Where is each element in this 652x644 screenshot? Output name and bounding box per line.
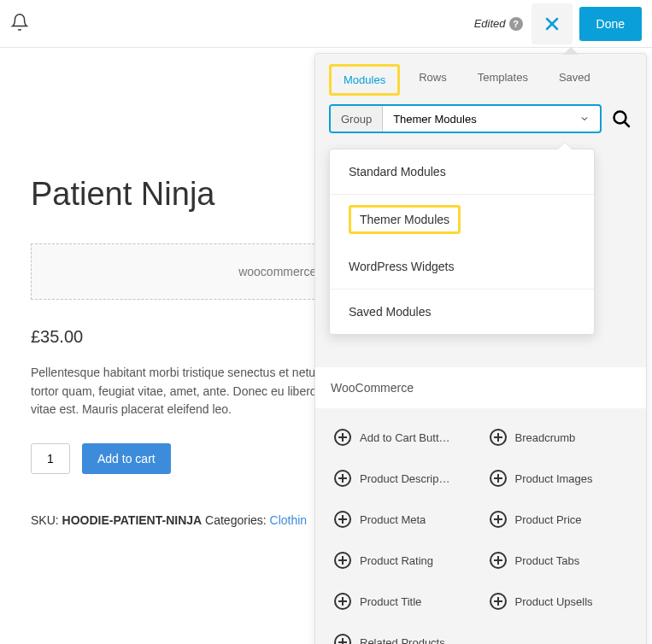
- group-label: Group: [331, 106, 383, 132]
- quantity-input[interactable]: [31, 443, 70, 474]
- module-label: Product Upsells: [515, 595, 593, 608]
- search-button[interactable]: [610, 108, 632, 130]
- group-select[interactable]: Group Themer Modules: [329, 104, 602, 133]
- close-panel-button[interactable]: [532, 3, 573, 44]
- dropdown-caret: [558, 143, 572, 149]
- plus-icon: [334, 634, 351, 644]
- plus-icon: [490, 552, 507, 569]
- top-bar: Edited ? Done: [0, 0, 652, 48]
- module-product-description[interactable]: Product Descrip…: [326, 458, 481, 499]
- add-to-cart-button[interactable]: Add to cart: [82, 443, 171, 474]
- module-product-title[interactable]: Product Title: [326, 581, 481, 622]
- plus-icon: [334, 552, 351, 569]
- notifications-bell[interactable]: [10, 13, 29, 35]
- module-label: Product Price: [515, 513, 582, 526]
- module-product-price[interactable]: Product Price: [481, 499, 637, 540]
- module-label: Product Images: [515, 472, 593, 485]
- module-label: Add to Cart Butt…: [360, 431, 450, 444]
- module-label: Product Descrip…: [360, 472, 449, 485]
- module-related-products[interactable]: Related Products: [326, 622, 481, 644]
- edited-status[interactable]: Edited ?: [474, 17, 523, 31]
- plus-icon: [334, 429, 351, 446]
- close-icon: [542, 14, 562, 34]
- module-add-to-cart[interactable]: Add to Cart Butt…: [326, 417, 481, 458]
- group-selected-text: Themer Modules: [393, 113, 477, 126]
- filter-row: Group Themer Modules: [315, 96, 646, 145]
- top-bar-actions: Edited ? Done: [474, 3, 642, 44]
- module-product-upsells[interactable]: Product Upsells: [481, 581, 637, 622]
- module-product-meta[interactable]: Product Meta: [326, 499, 481, 540]
- module-label: Product Meta: [360, 513, 426, 526]
- module-label: Related Products: [360, 636, 445, 645]
- module-grid: Add to Cart Butt… Breadcrumb Product Des…: [315, 417, 646, 644]
- category-link[interactable]: Clothin: [270, 513, 308, 527]
- dropdown-option-saved[interactable]: Saved Modules: [330, 290, 594, 334]
- tab-saved[interactable]: Saved: [547, 64, 602, 96]
- categories-label: Categories:: [202, 513, 269, 527]
- group-dropdown: Standard Modules Themer Modules WordPres…: [329, 149, 595, 335]
- module-product-tabs[interactable]: Product Tabs: [481, 540, 637, 581]
- plus-icon: [490, 511, 507, 528]
- plus-icon: [490, 593, 507, 610]
- sku-label: SKU:: [31, 513, 62, 527]
- group-selected: Themer Modules: [383, 106, 600, 132]
- panel-caret: [564, 48, 578, 55]
- modules-panel: Modules Rows Templates Saved Group Theme…: [314, 53, 647, 644]
- plus-icon: [334, 511, 351, 528]
- tab-rows[interactable]: Rows: [407, 64, 459, 96]
- plus-icon: [490, 470, 507, 487]
- plus-icon: [334, 470, 351, 487]
- tab-templates[interactable]: Templates: [466, 64, 540, 96]
- bell-icon: [10, 13, 29, 32]
- module-breadcrumb[interactable]: Breadcrumb: [481, 417, 637, 458]
- module-label: Product Title: [360, 595, 421, 608]
- chevron-down-icon: [579, 114, 590, 124]
- module-label: Breadcrumb: [515, 431, 576, 444]
- module-product-rating[interactable]: Product Rating: [326, 540, 481, 581]
- module-label: Product Rating: [360, 554, 433, 567]
- panel-tabs: Modules Rows Templates Saved: [315, 54, 646, 96]
- plus-icon: [490, 429, 507, 446]
- done-button[interactable]: Done: [579, 7, 642, 41]
- edited-label: Edited: [474, 17, 506, 30]
- help-icon: ?: [509, 17, 523, 31]
- sku-value: HOODIE-PATIENT-NINJA: [62, 513, 203, 527]
- plus-icon: [334, 593, 351, 610]
- search-icon: [611, 108, 631, 129]
- dropdown-option-themer-label: Themer Modules: [349, 205, 461, 234]
- module-label: Product Tabs: [515, 554, 580, 567]
- tab-modules[interactable]: Modules: [329, 64, 400, 96]
- dropdown-option-themer[interactable]: Themer Modules: [330, 195, 594, 244]
- dropdown-option-standard[interactable]: Standard Modules: [330, 149, 594, 195]
- section-title-woocommerce: WooCommerce: [315, 367, 646, 408]
- dropdown-option-wp-widgets[interactable]: WordPress Widgets: [330, 244, 594, 290]
- module-product-images[interactable]: Product Images: [481, 458, 637, 499]
